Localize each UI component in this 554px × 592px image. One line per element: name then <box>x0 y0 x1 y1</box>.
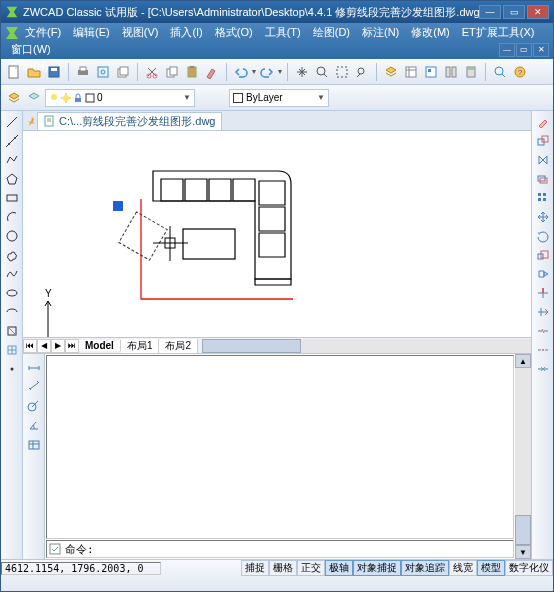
coordinates[interactable]: 4612.1154, 1796.2003, 0 <box>1 562 161 575</box>
layers-button[interactable] <box>382 63 400 81</box>
menu-et[interactable]: ET扩展工具(X) <box>456 24 541 41</box>
dim-linear-button[interactable] <box>25 356 43 374</box>
pin-icon[interactable] <box>27 116 37 126</box>
otrack-toggle[interactable]: 对象追踪 <box>401 560 449 576</box>
mdi-restore[interactable]: ▭ <box>516 43 532 57</box>
dim-angular-button[interactable] <box>25 416 43 434</box>
polygon-button[interactable] <box>3 170 21 188</box>
osnap-toggle[interactable]: 对象捕捉 <box>353 560 401 576</box>
dim-radius-button[interactable] <box>25 396 43 414</box>
calc-button[interactable] <box>462 63 480 81</box>
point-button[interactable] <box>3 360 21 378</box>
menu-view[interactable]: 视图(V) <box>116 24 165 41</box>
trim-button[interactable] <box>534 284 552 302</box>
copy-obj-button[interactable] <box>534 132 552 150</box>
command-vscroll[interactable]: ▲ ▼ <box>515 354 531 559</box>
cut-button[interactable] <box>143 63 161 81</box>
tab-next[interactable]: ▶ <box>51 339 65 353</box>
menu-tools[interactable]: 工具(T) <box>259 24 307 41</box>
zoom-ext-button[interactable] <box>491 63 509 81</box>
redo-button[interactable] <box>258 63 276 81</box>
paste-button[interactable] <box>183 63 201 81</box>
scale-button[interactable] <box>534 246 552 264</box>
menu-window[interactable]: 窗口(W) <box>5 41 57 58</box>
grid-toggle[interactable]: 栅格 <box>269 560 297 576</box>
menu-edit[interactable]: 编辑(E) <box>67 24 116 41</box>
polar-toggle[interactable]: 极轴 <box>325 560 353 576</box>
tool-palette-button[interactable] <box>442 63 460 81</box>
dim-aligned-button[interactable] <box>25 376 43 394</box>
menu-format[interactable]: 格式(O) <box>209 24 259 41</box>
layer-states-button[interactable] <box>25 89 43 107</box>
ellipse-arc-button[interactable] <box>3 303 21 321</box>
pan-button[interactable] <box>293 63 311 81</box>
close-button[interactable]: ✕ <box>527 5 549 19</box>
ortho-toggle[interactable]: 正交 <box>297 560 325 576</box>
match-button[interactable] <box>203 63 221 81</box>
design-center-button[interactable] <box>422 63 440 81</box>
mdi-minimize[interactable]: — <box>499 43 515 57</box>
block-button[interactable] <box>3 341 21 359</box>
menu-draw[interactable]: 绘图(D) <box>307 24 356 41</box>
rotate-button[interactable] <box>534 227 552 245</box>
zoom-window-button[interactable] <box>333 63 351 81</box>
line-button[interactable] <box>3 113 21 131</box>
snap-toggle[interactable]: 捕捉 <box>241 560 269 576</box>
model-toggle[interactable]: 模型 <box>477 560 505 576</box>
pline-button[interactable] <box>3 151 21 169</box>
copy-button[interactable] <box>163 63 181 81</box>
rectangle-button[interactable] <box>3 189 21 207</box>
circle-button[interactable] <box>3 227 21 245</box>
mirror-button[interactable] <box>534 151 552 169</box>
minimize-button[interactable]: — <box>479 5 501 19</box>
arc-button[interactable] <box>3 208 21 226</box>
tab-model[interactable]: Model <box>79 340 121 351</box>
preview-button[interactable] <box>94 63 112 81</box>
tab-last[interactable]: ⏭ <box>65 339 79 353</box>
properties-button[interactable] <box>402 63 420 81</box>
zoom-prev-button[interactable] <box>353 63 371 81</box>
tab-layout2[interactable]: 布局2 <box>159 339 198 353</box>
print-button[interactable] <box>74 63 92 81</box>
ellipse-button[interactable] <box>3 284 21 302</box>
lwt-toggle[interactable]: 线宽 <box>449 560 477 576</box>
menu-modify[interactable]: 修改(M) <box>405 24 456 41</box>
menu-annotate[interactable]: 标注(N) <box>356 24 405 41</box>
extend-button[interactable] <box>534 303 552 321</box>
maximize-button[interactable]: ▭ <box>503 5 525 19</box>
move-button[interactable] <box>534 208 552 226</box>
xline-button[interactable] <box>3 132 21 150</box>
break2-button[interactable] <box>534 341 552 359</box>
break-button[interactable] <box>534 322 552 340</box>
color-dropdown[interactable]: ByLayer ▼ <box>229 89 329 107</box>
new-button[interactable] <box>5 63 23 81</box>
undo-button[interactable] <box>232 63 250 81</box>
offset-button[interactable] <box>534 170 552 188</box>
tab-first[interactable]: ⏮ <box>23 339 37 353</box>
command-history[interactable] <box>46 355 514 539</box>
digitizer-toggle[interactable]: 数字化仪 <box>505 560 553 576</box>
layer-dropdown[interactable]: 0 ▼ <box>45 89 195 107</box>
spline-button[interactable] <box>3 265 21 283</box>
help-button[interactable]: ? <box>511 63 529 81</box>
mdi-close[interactable]: ✕ <box>533 43 549 57</box>
array-button[interactable] <box>534 189 552 207</box>
stretch-button[interactable] <box>534 265 552 283</box>
erase-button[interactable] <box>534 113 552 131</box>
tab-layout1[interactable]: 布局1 <box>121 339 160 353</box>
insert-button[interactable] <box>3 322 21 340</box>
menu-insert[interactable]: 插入(I) <box>164 24 208 41</box>
hscrollbar[interactable] <box>202 339 531 353</box>
revcloud-button[interactable] <box>3 246 21 264</box>
menu-file[interactable]: 文件(F) <box>19 24 67 41</box>
doc-tab[interactable]: C:\...剪线段完善沙发组图形.dwg <box>37 112 222 130</box>
publish-button[interactable] <box>114 63 132 81</box>
zoom-rt-button[interactable] <box>313 63 331 81</box>
dim-table-button[interactable] <box>25 436 43 454</box>
tab-prev[interactable]: ◀ <box>37 339 51 353</box>
command-input[interactable] <box>63 543 513 556</box>
save-button[interactable] <box>45 63 63 81</box>
drawing-canvas[interactable]: X Y <box>23 131 531 337</box>
open-button[interactable] <box>25 63 43 81</box>
layer-manager-button[interactable] <box>5 89 23 107</box>
